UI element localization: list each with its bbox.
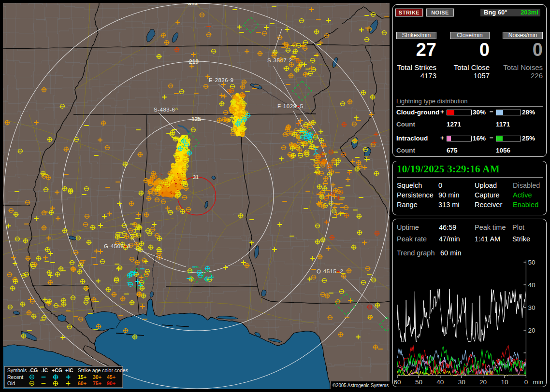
- svg-text:min: min: [533, 378, 543, 386]
- svg-text:F-1029+5: F-1029+5: [277, 103, 304, 109]
- svg-text:20: 20: [479, 378, 487, 386]
- svg-text:219: 219: [189, 58, 199, 65]
- svg-text:©2005 Astrogenic Systems: ©2005 Astrogenic Systems: [333, 383, 389, 388]
- svg-text:90+: 90+: [107, 380, 116, 386]
- svg-text:50: 50: [528, 259, 535, 266]
- svg-text:+IC: +IC: [65, 367, 73, 373]
- svg-text:125: 125: [191, 116, 201, 123]
- svg-text:60: 60: [394, 378, 401, 386]
- svg-text:Symbols: Symbols: [7, 367, 27, 373]
- svg-text:S-3547-2: S-3547-2: [267, 57, 292, 63]
- svg-text:Old: Old: [7, 380, 15, 386]
- svg-text:40: 40: [436, 378, 444, 386]
- svg-text:G-4506+8: G-4506+8: [104, 243, 130, 249]
- svg-text:40: 40: [528, 281, 535, 289]
- svg-text:-IC: -IC: [41, 367, 48, 373]
- svg-text:S-483-6^: S-483-6^: [154, 107, 178, 112]
- svg-text:Recent: Recent: [7, 374, 23, 380]
- svg-text:Q-4515+2: Q-4515+2: [317, 268, 343, 274]
- svg-text:31: 31: [193, 174, 199, 180]
- svg-text:75+: 75+: [93, 380, 101, 386]
- svg-text:45+: 45+: [107, 374, 116, 380]
- svg-text:0: 0: [524, 378, 528, 386]
- svg-text:-CG: -CG: [29, 367, 38, 373]
- svg-text:20: 20: [528, 327, 535, 334]
- svg-text:60+: 60+: [78, 380, 87, 386]
- svg-text:15+: 15+: [78, 374, 87, 380]
- svg-text:30+: 30+: [93, 374, 101, 380]
- svg-text:Strike age color codes: Strike age color codes: [78, 367, 128, 373]
- svg-text:30: 30: [458, 378, 465, 386]
- svg-text:10: 10: [501, 378, 508, 386]
- svg-text:313: 313: [188, 3, 198, 7]
- svg-text:30: 30: [528, 304, 535, 311]
- svg-text:50: 50: [415, 378, 422, 386]
- svg-text:+CG: +CG: [52, 367, 62, 373]
- svg-text:E-2826-9: E-2826-9: [209, 77, 233, 83]
